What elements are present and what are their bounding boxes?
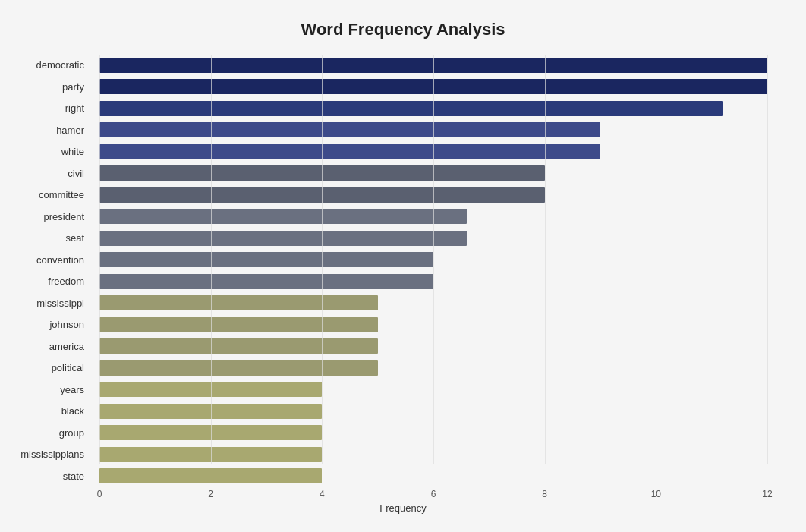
- bar-row: white: [99, 141, 767, 163]
- bar-track: [99, 144, 767, 159]
- bar-track: [99, 404, 767, 419]
- bar-row: mississippians: [99, 444, 767, 466]
- bar-row: president: [99, 206, 767, 228]
- bar-label: mississippians: [8, 449, 92, 460]
- bar-label: hamer: [8, 124, 92, 136]
- bar-label: civil: [8, 168, 92, 179]
- bar: [99, 295, 378, 310]
- bar-track: [99, 58, 767, 73]
- x-tick-label: 0: [97, 489, 102, 499]
- bar-label: johnson: [8, 319, 92, 330]
- bars-container: democraticpartyrighthamerwhitecivilcommi…: [99, 55, 767, 487]
- bar-row: black: [99, 401, 767, 423]
- bar-row: committee: [99, 184, 767, 206]
- bar: [99, 317, 378, 332]
- bar: [99, 231, 467, 246]
- bar-track: [99, 338, 767, 354]
- bar-row: group: [99, 422, 767, 444]
- x-tick-label: 12: [762, 489, 772, 499]
- bar: [99, 209, 467, 224]
- bar-label: convention: [8, 254, 92, 266]
- bar-track: [99, 187, 767, 203]
- bar: [99, 468, 322, 483]
- bar: [99, 101, 723, 116]
- bar-track: [99, 295, 767, 310]
- bar: [99, 447, 322, 462]
- bar-label: america: [8, 341, 92, 352]
- x-tick-label: 10: [651, 489, 661, 499]
- bar: [99, 338, 378, 354]
- bar-track: [99, 209, 767, 224]
- bar-label: white: [8, 146, 92, 157]
- bar-label: committee: [8, 189, 92, 200]
- bar-track: [99, 360, 767, 376]
- bar: [99, 274, 433, 289]
- bar-row: convention: [99, 249, 767, 271]
- bar: [99, 165, 545, 181]
- bar-label: political: [8, 362, 92, 373]
- bar-track: [99, 165, 767, 181]
- bar-track: [99, 122, 767, 137]
- bar-row: political: [99, 357, 767, 379]
- bar-label: group: [8, 427, 92, 439]
- bar-label: party: [8, 81, 92, 93]
- bar: [99, 187, 545, 203]
- bar-track: [99, 447, 767, 462]
- bar: [99, 58, 767, 73]
- x-tick-label: 4: [320, 489, 325, 499]
- bar-label: state: [8, 471, 92, 482]
- x-tick-label: 2: [208, 489, 213, 499]
- bar-row: freedom: [99, 271, 767, 293]
- bar-label: president: [8, 211, 92, 222]
- bar-row: state: [99, 465, 767, 487]
- bar-row: hamer: [99, 119, 767, 141]
- bar: [99, 252, 433, 267]
- bar-row: democratic: [99, 55, 767, 77]
- bar-track: [99, 468, 767, 483]
- bar-label: seat: [8, 232, 92, 244]
- bar-track: [99, 425, 767, 440]
- bar-row: years: [99, 379, 767, 401]
- x-axis: 024681012: [99, 489, 767, 504]
- bar-row: america: [99, 335, 767, 357]
- bar-track: [99, 252, 767, 267]
- x-axis-label: Frequency: [39, 502, 767, 514]
- bar: [99, 79, 767, 94]
- bar-row: mississippi: [99, 292, 767, 314]
- bar: [99, 360, 378, 376]
- chart-title: Word Frequency Analysis: [39, 20, 767, 39]
- bar-label: freedom: [8, 275, 92, 287]
- bar-label: democratic: [8, 59, 92, 71]
- bar-row: civil: [99, 162, 767, 184]
- bar-row: right: [99, 98, 767, 120]
- bar-track: [99, 79, 767, 94]
- bar-track: [99, 274, 767, 289]
- chart-container: Word Frequency Analysis democraticpartyr…: [8, 5, 798, 528]
- bar-row: johnson: [99, 314, 767, 336]
- bar-track: [99, 231, 767, 246]
- bar: [99, 425, 322, 440]
- bar: [99, 144, 600, 159]
- bar-label: mississippi: [8, 297, 92, 309]
- bar-row: seat: [99, 228, 767, 250]
- bar-track: [99, 317, 767, 332]
- bar-label: years: [8, 384, 92, 395]
- bar-track: [99, 382, 767, 397]
- bar-row: party: [99, 76, 767, 98]
- chart-area: democraticpartyrighthamerwhitecivilcommi…: [99, 55, 767, 487]
- x-tick-label: 6: [431, 489, 436, 499]
- bar-track: [99, 101, 767, 116]
- bar: [99, 122, 600, 137]
- x-tick-label: 8: [542, 489, 547, 499]
- bar-label: right: [8, 102, 92, 114]
- bar: [99, 404, 322, 419]
- bar-label: black: [8, 405, 92, 417]
- bar: [99, 382, 322, 397]
